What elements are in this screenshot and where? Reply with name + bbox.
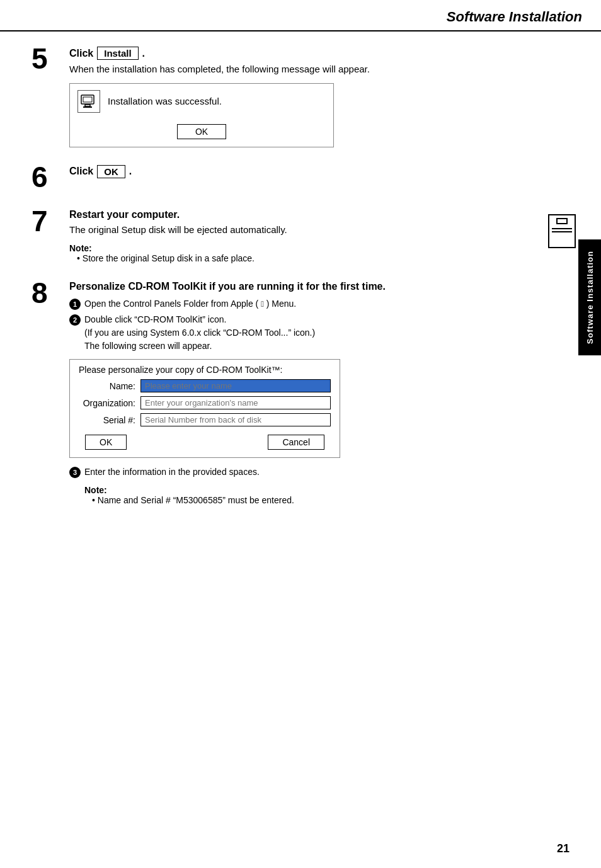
step-5-dialog: Installation was successful. OK (69, 83, 334, 147)
svg-rect-1 (83, 97, 92, 102)
step-6-title: Click OK . (69, 165, 523, 178)
step-6-number: 6 (31, 163, 64, 191)
personalize-footer: OK Cancel (70, 428, 340, 457)
install-button-label: Install (97, 47, 138, 60)
step-8-substep-3: 3 Enter the information in the provided … (69, 465, 523, 479)
step-5-content: Click Install . When the installation ha… (69, 47, 523, 147)
step-7-number: 7 (31, 207, 64, 236)
step-7-body: The original Setup disk will be ejected … (69, 223, 523, 237)
step-7-note-label: Note: (69, 243, 523, 253)
svg-rect-3 (83, 106, 92, 108)
step-7-row: 7 Restart your computer. The original Se… (31, 209, 523, 264)
substep-2-text: Double click “CD-ROM ToolKit” icon. (If … (84, 313, 315, 353)
step-6-content: Click OK . (69, 165, 523, 181)
page-number: 21 (557, 842, 570, 855)
dialog-icon (77, 90, 100, 113)
side-tab-text: Software Installation (585, 251, 595, 344)
step-8-note-label: Note: (84, 485, 523, 495)
dialog-ok-button[interactable]: OK (177, 124, 226, 139)
step-7-title: Restart your computer. (69, 209, 523, 220)
side-tab: Software Installation (578, 239, 601, 355)
serial-label: Serial #: (79, 415, 135, 425)
main-content: 5 Click Install . When the installation … (0, 31, 554, 542)
step-8-content: Personalize CD-ROM ToolKit if you are ru… (69, 281, 523, 505)
step-8-note-item: Name and Serial # “M53006585” must be en… (92, 495, 523, 505)
disk-slot (556, 218, 568, 224)
substep-3-text: Enter the information in the provided sp… (84, 465, 260, 479)
step-6-click-label: Click (69, 166, 93, 177)
disk-icon-area (548, 214, 576, 248)
substep-1-number: 1 (69, 299, 81, 310)
name-input[interactable] (140, 379, 331, 392)
substep-3-number: 3 (69, 467, 81, 478)
step-7-note: Note: Store the original Setup disk in a… (69, 243, 523, 263)
step-8-title: Personalize CD-ROM ToolKit if you are ru… (69, 281, 523, 292)
personalize-serial-row: Serial #: (70, 411, 340, 428)
substep-2-number: 2 (69, 314, 81, 326)
page-header: Software Installation (0, 0, 601, 31)
personalize-name-row: Name: (70, 377, 340, 394)
step-5-row: 5 Click Install . When the installation … (31, 47, 523, 147)
step-7-content: Restart your computer. The original Setu… (69, 209, 523, 264)
dialog-footer: OK (70, 119, 333, 147)
dialog-message: Installation was successful. (108, 96, 222, 106)
step-5-click-label: Click (69, 48, 93, 59)
page-title: Software Installation (447, 9, 582, 25)
step-8-number: 8 (31, 278, 64, 307)
step-8-note: Note: Name and Serial # “M53006585” must… (84, 485, 523, 505)
dialog-inner: Installation was successful. (70, 84, 333, 119)
step-6-row: 6 Click OK . (31, 165, 523, 191)
step-8-substep-2: 2 Double click “CD-ROM ToolKit” icon. (I… (69, 313, 523, 353)
apple-icon:  (261, 299, 264, 309)
substep-1-text: Open the Control Panels Folder from Appl… (84, 297, 296, 311)
step-5-body: When the installation has completed, the… (69, 62, 523, 77)
org-input[interactable] (140, 396, 331, 409)
personalize-org-row: Organization: (70, 394, 340, 411)
org-label: Organization: (79, 398, 135, 408)
personalize-cancel-button[interactable]: Cancel (268, 435, 324, 450)
disk-lines (552, 228, 572, 232)
svg-rect-2 (85, 105, 90, 106)
step-7-note-item: Store the original Setup disk in a safe … (77, 253, 523, 263)
personalize-dialog: Please personalize your copy of CD-ROM T… (69, 359, 340, 458)
disk-line-2 (552, 231, 572, 232)
serial-input[interactable] (140, 413, 331, 426)
step-5-title: Click Install . (69, 47, 523, 60)
disk-line-1 (552, 228, 572, 229)
personalize-dialog-header: Please personalize your copy of CD-ROM T… (70, 360, 340, 377)
install-icon (80, 93, 98, 110)
ok-button-label: OK (97, 165, 125, 178)
name-label: Name: (79, 381, 135, 391)
step-8-substep-1: 1 Open the Control Panels Folder from Ap… (69, 297, 523, 311)
step-5-number: 5 (31, 44, 64, 73)
personalize-ok-button[interactable]: OK (85, 435, 127, 450)
step-8-row: 8 Personalize CD-ROM ToolKit if you are … (31, 281, 523, 505)
